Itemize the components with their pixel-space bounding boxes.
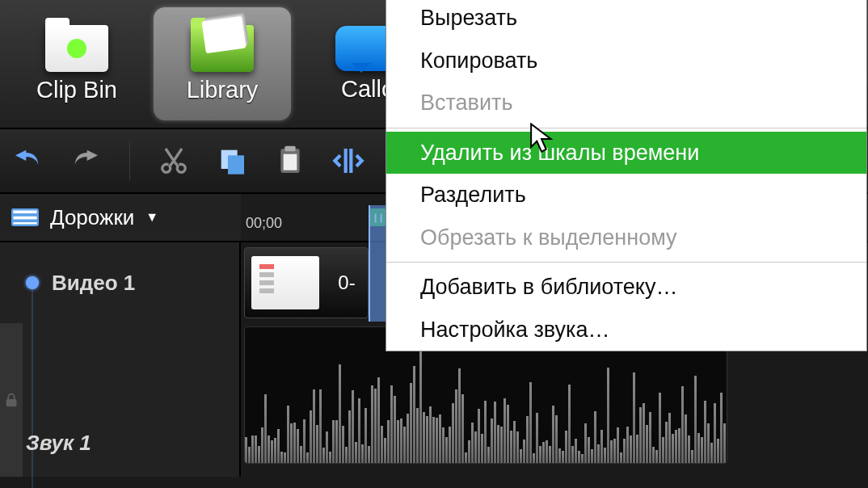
time-marker: 00;00 [246, 215, 282, 232]
chevron-down-icon: ▼ [145, 210, 158, 225]
menu-remove-from-timeline[interactable]: Удалить из шкалы времени [386, 132, 866, 175]
undo-button[interactable] [10, 143, 45, 179]
scissors-icon [158, 145, 190, 177]
menu-split[interactable]: Разделить [386, 174, 866, 217]
track-headers: Видео 1 Звук 1 [0, 242, 241, 477]
folder-icon [45, 25, 108, 72]
tracks-dropdown[interactable]: Дорожки ▼ [0, 194, 241, 241]
svg-rect-3 [284, 146, 295, 152]
svg-rect-10 [13, 222, 36, 224]
clip-bin-button[interactable]: Clip Bin [8, 7, 145, 120]
menu-audio-settings[interactable]: Настройка звука… [386, 309, 866, 351]
audio-track-name: Звук 1 [26, 431, 91, 456]
toolbar-divider [129, 141, 130, 180]
split-icon [332, 145, 364, 177]
clip-thumbnail [251, 256, 319, 309]
menu-cut[interactable]: Вырезать [386, 0, 866, 40]
clipboard-icon [274, 145, 306, 177]
redo-icon [70, 145, 102, 177]
menu-copy[interactable]: Копировать [386, 40, 866, 82]
redo-button[interactable] [68, 143, 103, 179]
copy-icon [216, 145, 248, 177]
video-track-name: Видео 1 [52, 271, 135, 296]
context-menu: Вырезать Копировать Вставить Удалить из … [386, 0, 867, 351]
library-label: Library [187, 77, 259, 103]
clip-bin-label: Clip Bin [36, 77, 117, 103]
video-clip-1[interactable]: 0- [244, 247, 369, 318]
undo-icon [11, 145, 44, 177]
menu-paste: Вставить [386, 82, 866, 124]
menu-separator [386, 128, 866, 128]
svg-rect-8 [13, 211, 36, 214]
svg-rect-1 [228, 155, 244, 174]
cut-button[interactable] [156, 143, 192, 179]
clip-label: 0- [326, 271, 368, 294]
audio-track-header[interactable]: Звук 1 [0, 323, 239, 461]
folder-open-icon [191, 25, 254, 72]
paste-button[interactable] [272, 143, 308, 179]
copy-button[interactable] [214, 143, 250, 179]
library-button[interactable]: Library [154, 7, 291, 120]
svg-rect-9 [13, 217, 36, 220]
menu-crop-to-selection: Обрезать к выделенному [386, 217, 866, 259]
menu-add-to-library[interactable]: Добавить в библиотеку… [386, 266, 866, 309]
video-track-header[interactable]: Видео 1 [0, 242, 239, 323]
tracks-label: Дорожки [50, 205, 134, 230]
svg-rect-4 [284, 154, 297, 170]
tracks-icon [11, 208, 39, 226]
split-button[interactable] [331, 143, 366, 179]
menu-separator [386, 262, 866, 263]
playhead-indicator[interactable] [369, 208, 386, 226]
